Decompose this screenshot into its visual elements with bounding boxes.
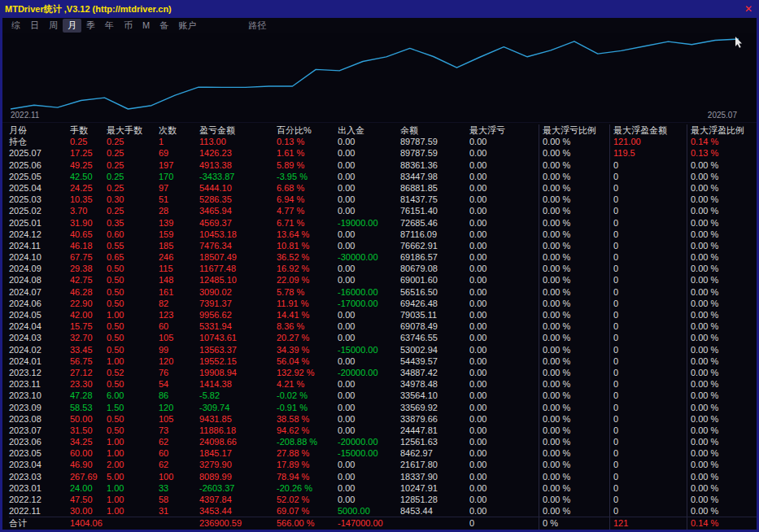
table-row[interactable]: 2025.0649.250.251974913.385.89 %0.008836… [9, 159, 757, 171]
menu-item-季[interactable]: 季 [81, 19, 100, 33]
cell-month: 合计 [9, 517, 70, 529]
cell-pnl: 18507.49 [199, 251, 277, 263]
cell-max-lots: 0.60 [107, 229, 159, 240]
table-row[interactable]: 2024.1067.750.6524618507.4936.52 %-30000… [9, 251, 757, 263]
cell-max-lots: 0.30 [107, 194, 159, 205]
table-row[interactable]: 2024.0332.700.5010510743.6120.27 %0.0063… [9, 332, 757, 343]
cell-max-float-loss-ratio: 0.00 % [539, 194, 609, 205]
equity-chart[interactable]: 2022.11 2025.07 [2, 33, 757, 123]
cell-lots: 32.70 [70, 332, 107, 343]
table-row[interactable]: 2024.0842.750.5014812485.1022.09 %0.0069… [9, 274, 757, 286]
table-row[interactable]: 2023.0958.531.50120-309.74-0.91 %0.00335… [9, 402, 757, 413]
equity-line [11, 39, 739, 109]
cell-max-float-loss-ratio: 0.00 % [539, 286, 609, 298]
table-row[interactable]: 2024.0156.751.0012019552.1556.04 %0.0054… [9, 355, 757, 367]
cell-max-float-profit: 0 [609, 402, 687, 413]
cell-month: 2024.11 [9, 240, 70, 251]
table-row[interactable]: 2023.0731.500.507311886.1894.62 %0.00244… [9, 425, 757, 436]
cell-count: 123 [159, 309, 199, 321]
cell-cash-flow: 0.00 [338, 274, 400, 286]
cell-max-lots: 1.00 [107, 355, 159, 367]
cell-max-lots: 0.50 [107, 332, 159, 343]
table-row[interactable]: 2024.0233.450.509913563.3734.39 %-15000.… [9, 344, 757, 355]
table-row[interactable]: 2024.0622.900.50827391.3711.91 %-17000.0… [9, 298, 757, 309]
table-row[interactable]: 持仓0.250.251113.000.13 %0.0089787.590.000… [9, 136, 757, 147]
menu-item-账户[interactable]: 账户 [173, 19, 201, 33]
cell-lots: 27.12 [70, 367, 107, 378]
cell-count: 73 [159, 425, 199, 436]
table-row[interactable]: 2024.0746.280.501613090.025.78 %-16000.0… [9, 286, 757, 298]
table-row[interactable]: 2022.1130.001.00313453.4469.07 %5000.008… [9, 505, 757, 517]
cell-lots: 40.65 [70, 229, 107, 240]
cell-count: 54 [159, 378, 199, 390]
table-row[interactable]: 2024.1240.650.6015910453.1813.64 %0.0087… [9, 229, 757, 240]
table-row[interactable]: 2023.0850.000.501059431.8538.58 %0.00338… [9, 413, 757, 425]
cell-pnl: 12485.10 [199, 274, 277, 286]
cell-balance: 18337.90 [400, 471, 469, 482]
cell-max-float-profit: 0 [609, 298, 687, 309]
close-icon[interactable]: ✕ [744, 4, 752, 14]
cell-balance: 86881.85 [400, 182, 469, 194]
table-row[interactable]: 2023.1047.286.0086-5.82-0.02 %0.0033564.… [9, 390, 757, 401]
cell-pnl: 11886.18 [199, 425, 277, 436]
menu-item-路径[interactable]: 路径 [243, 19, 271, 33]
cell-max-float-loss-ratio: 0.00 % [539, 494, 609, 505]
menu-item-M[interactable]: M [137, 20, 155, 31]
cell-max-float-profit: 0 [609, 286, 687, 298]
cell-max-lots: 0.50 [107, 298, 159, 309]
table-row[interactable]: 2025.0424.250.25975444.106.68 %0.0086881… [9, 182, 757, 194]
cell-pct: 38.58 % [277, 413, 338, 425]
cell-max-lots: 1.00 [107, 494, 159, 505]
title-bar[interactable]: MTDriver统计 ,V3.12 (http://mtdriver.cn) ✕ [0, 0, 759, 18]
table-row[interactable]: 2023.0634.251.006224098.66-208.88 %-2000… [9, 436, 757, 447]
cell-max-float-profit: 0 [609, 229, 687, 240]
cell-month: 2024.07 [9, 286, 70, 298]
cell-month: 2023.04 [9, 459, 70, 470]
table-row[interactable]: 2025.0717.250.25691426.231.61 %0.0089787… [9, 147, 757, 159]
menu-bar: 综日周月季年币M备账户路径 [2, 18, 757, 33]
cell-count: 197 [159, 159, 199, 171]
menu-item-年[interactable]: 年 [100, 19, 119, 33]
cell-balance: 21617.80 [400, 459, 469, 470]
table-row[interactable]: 2024.0415.750.50605331.948.36 %0.0069078… [9, 321, 757, 332]
menu-item-周[interactable]: 周 [44, 19, 63, 33]
table-row[interactable]: 2025.0310.350.30515286.356.94 %0.0081437… [9, 194, 757, 205]
cell-pnl: 19908.94 [199, 367, 277, 378]
app-window: MTDriver统计 ,V3.12 (http://mtdriver.cn) ✕… [0, 0, 759, 532]
table-row[interactable]: 2024.1146.180.551857476.3410.81 %0.00766… [9, 240, 757, 251]
table-row[interactable]: 2024.0542.001.001239956.6214.41 %0.00790… [9, 309, 757, 321]
cell-lots: 34.25 [70, 436, 107, 447]
cell-max-float-profit-ratio: 0.00 % [687, 390, 757, 401]
cell-month: 2023.10 [9, 390, 70, 401]
table-row[interactable]: 2024.0929.380.5011511677.4816.92 %0.0080… [9, 263, 757, 274]
table-row[interactable]: 2023.0124.001.0033-2603.37-20.26 %0.0010… [9, 482, 757, 494]
table-row[interactable]: 2023.03267.695.001008089.9978.94 %0.0018… [9, 471, 757, 482]
table-row[interactable]: 2025.023.700.25283465.944.77 %0.0076151.… [9, 205, 757, 216]
menu-item-日[interactable]: 日 [25, 19, 44, 33]
table-row[interactable]: 2022.1247.501.00584397.8452.02 %0.001285… [9, 494, 757, 505]
menu-item-综[interactable]: 综 [7, 19, 25, 33]
cell-cash-flow: -147000.00 [338, 517, 400, 529]
cell-balance: 76662.91 [400, 240, 469, 251]
header-count: 次数 [159, 124, 199, 136]
cell-pct: 17.89 % [277, 459, 338, 470]
menu-item-币[interactable]: 币 [119, 19, 137, 33]
table-row[interactable]: 2023.1123.300.50541414.384.21 %0.0034978… [9, 378, 757, 390]
cell-pnl: 3279.90 [199, 459, 277, 470]
table-row[interactable]: 2025.0542.500.25170-3433.87-3.95 %0.0083… [9, 171, 757, 182]
cell-month: 2022.12 [9, 494, 70, 505]
cell-cash-flow: 0.00 [338, 378, 400, 390]
table-row[interactable]: 2025.0131.900.351394569.376.71 %-19000.0… [9, 217, 757, 229]
table-row[interactable]: 2023.0560.001.00601845.1727.88 %-15000.0… [9, 447, 757, 459]
table-total-row[interactable]: 合计1404.06236900.59566.00 %-147000.0000 %… [9, 517, 757, 529]
table-row[interactable]: 2023.0446.902.00623279.9017.89 %0.002161… [9, 459, 757, 470]
table-row[interactable]: 2023.1227.120.527619908.94132.92 %-20000… [9, 367, 757, 378]
cell-pnl: 3453.44 [199, 505, 277, 517]
menu-item-月[interactable]: 月 [63, 19, 81, 33]
window-title: MTDriver统计 ,V3.12 (http://mtdriver.cn) [5, 3, 744, 15]
cell-pnl: 9956.62 [199, 309, 277, 321]
cell-lots: 56.75 [70, 355, 107, 367]
cell-max-lots: 2.00 [107, 459, 159, 470]
menu-item-备[interactable]: 备 [155, 19, 173, 33]
cell-pct: -208.88 % [277, 436, 338, 447]
